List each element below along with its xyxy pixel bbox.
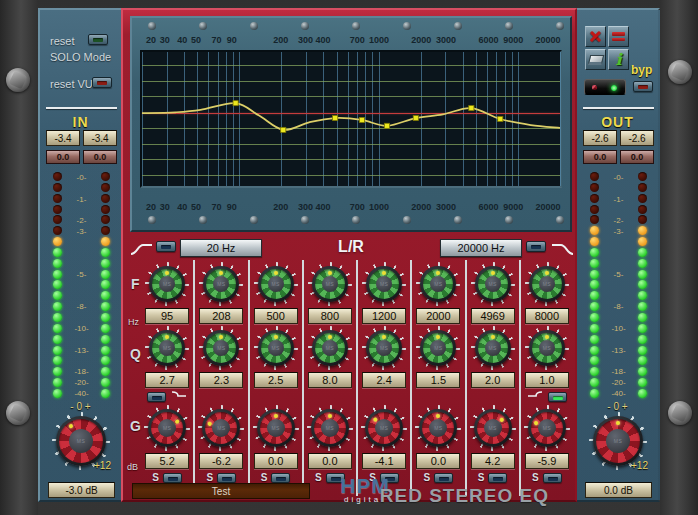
- solo-button[interactable]: [163, 473, 182, 483]
- rack-rail-left: [0, 0, 38, 515]
- q-knob[interactable]: MS: [308, 326, 352, 370]
- output-gain-value[interactable]: 0.0 dB: [585, 482, 652, 498]
- meter-led: [638, 367, 647, 376]
- q-knob[interactable]: MS: [416, 326, 460, 370]
- q-row-label: Q: [130, 346, 141, 362]
- bypass-button[interactable]: [633, 81, 653, 92]
- lowpass-freq-display[interactable]: 20000 Hz: [440, 239, 522, 257]
- input-gain-value[interactable]: -3.0 dB: [48, 482, 115, 498]
- meter-scale-label: -18-: [602, 367, 635, 376]
- meter-scale-label: -3-: [65, 227, 98, 236]
- meter-led: [590, 237, 599, 246]
- q-value-display[interactable]: 1.0: [525, 372, 569, 388]
- screw-icon: [148, 216, 156, 224]
- meter-led: [590, 280, 599, 289]
- filter-row: 20 Hz L/R 20000 Hz: [123, 238, 579, 258]
- menu-button[interactable]: [608, 26, 629, 47]
- freq-tick-label: 3000: [436, 202, 456, 212]
- q-knob[interactable]: MS: [254, 326, 298, 370]
- freq-knob[interactable]: MS: [416, 262, 460, 306]
- meter-led: [638, 335, 647, 344]
- shelf-icon: [526, 391, 544, 402]
- freq-knob[interactable]: MS: [471, 262, 515, 306]
- freq-value-display[interactable]: 500: [254, 308, 298, 324]
- gain-knob[interactable]: MS: [198, 405, 244, 451]
- reset-solo-button[interactable]: [88, 34, 108, 45]
- preset-display[interactable]: Test: [132, 483, 310, 499]
- gain-value-display[interactable]: 4.2: [471, 453, 515, 469]
- gain-scale-label: - 0 +: [40, 401, 121, 412]
- preset-library-button[interactable]: [585, 49, 606, 70]
- gain-knob[interactable]: MS: [307, 405, 353, 451]
- meter-led: [53, 291, 62, 300]
- solo-button[interactable]: [271, 473, 290, 483]
- gain-knob[interactable]: MS: [470, 405, 516, 451]
- graph-panel: 2030405070902003004007001000200030006000…: [130, 16, 572, 232]
- q-knob[interactable]: MS: [525, 326, 569, 370]
- q-value-display[interactable]: 2.4: [362, 372, 406, 388]
- eq-response-curve: [142, 103, 560, 130]
- screw-icon: [352, 22, 360, 30]
- freq-value-display[interactable]: 1200: [362, 308, 406, 324]
- solo-button[interactable]: [217, 473, 236, 483]
- q-knob[interactable]: MS: [362, 326, 406, 370]
- q-value-display[interactable]: 2.3: [199, 372, 243, 388]
- gain-knob[interactable]: MS: [524, 405, 570, 451]
- lowpass-enable-led[interactable]: [526, 241, 546, 252]
- freq-knob[interactable]: MS: [308, 262, 352, 306]
- gain-value-display[interactable]: -5.9: [525, 453, 569, 469]
- info-button[interactable]: i: [608, 49, 629, 70]
- freq-value-display[interactable]: 95: [145, 308, 189, 324]
- gain-value-display[interactable]: 5.2: [145, 453, 189, 469]
- meter-led: [53, 194, 62, 203]
- freq-knob[interactable]: MS: [145, 262, 189, 306]
- meter-led: [101, 248, 110, 257]
- freq-tick-label: 9000: [503, 202, 523, 212]
- freq-knob[interactable]: MS: [199, 262, 243, 306]
- solo-button[interactable]: [434, 473, 453, 483]
- freq-value-display[interactable]: 2000: [416, 308, 460, 324]
- eq-band: MS 8000 MS 1.0 MS -5.9 S: [521, 260, 573, 496]
- freq-tick-label: 1000: [369, 202, 389, 212]
- solo-button[interactable]: [488, 473, 507, 483]
- power-switch[interactable]: [584, 79, 626, 95]
- gain-value-display[interactable]: -6.2: [199, 453, 243, 469]
- freq-tick-label: 70: [212, 202, 222, 212]
- input-meter: -0--1--2--3--5--8--10--13--18--20--40-: [50, 172, 113, 398]
- solo-button[interactable]: [543, 473, 562, 483]
- gain-value-display[interactable]: -4.1: [362, 453, 406, 469]
- q-value-display[interactable]: 2.5: [254, 372, 298, 388]
- freq-tick-label: 20000: [535, 202, 560, 212]
- gain-knob[interactable]: MS: [144, 405, 190, 451]
- freq-knob[interactable]: MS: [525, 262, 569, 306]
- meter-led: [101, 280, 110, 289]
- gain-knob[interactable]: MS: [253, 405, 299, 451]
- freq-knob[interactable]: MS: [254, 262, 298, 306]
- gain-knob[interactable]: MS: [361, 405, 407, 451]
- gain-knob[interactable]: MS: [415, 405, 461, 451]
- screw-icon: [250, 22, 258, 30]
- close-button[interactable]: [585, 26, 606, 47]
- curve-markers[interactable]: [233, 101, 503, 133]
- q-knob[interactable]: MS: [471, 326, 515, 370]
- shelf-enable-led[interactable]: [548, 392, 567, 402]
- freq-tick-label: 90: [227, 202, 237, 212]
- gain-value-display[interactable]: 0.0: [416, 453, 460, 469]
- gain-value-display[interactable]: 0.0: [308, 453, 352, 469]
- reset-vu-button[interactable]: [92, 77, 112, 88]
- shelf-enable-led[interactable]: [147, 392, 166, 402]
- q-value-display[interactable]: 2.7: [145, 372, 189, 388]
- q-value-display[interactable]: 2.0: [471, 372, 515, 388]
- freq-value-display[interactable]: 208: [199, 308, 243, 324]
- q-value-display[interactable]: 1.5: [416, 372, 460, 388]
- freq-value-display[interactable]: 4969: [471, 308, 515, 324]
- eq-band: MS 800 MS 8.0 MS 0.0 S: [304, 260, 358, 496]
- freq-value-display[interactable]: 800: [308, 308, 352, 324]
- q-knob[interactable]: MS: [145, 326, 189, 370]
- eq-curve: [142, 52, 560, 186]
- freq-value-display[interactable]: 8000: [525, 308, 569, 324]
- q-value-display[interactable]: 8.0: [308, 372, 352, 388]
- freq-knob[interactable]: MS: [362, 262, 406, 306]
- q-knob[interactable]: MS: [199, 326, 243, 370]
- gain-value-display[interactable]: 0.0: [254, 453, 298, 469]
